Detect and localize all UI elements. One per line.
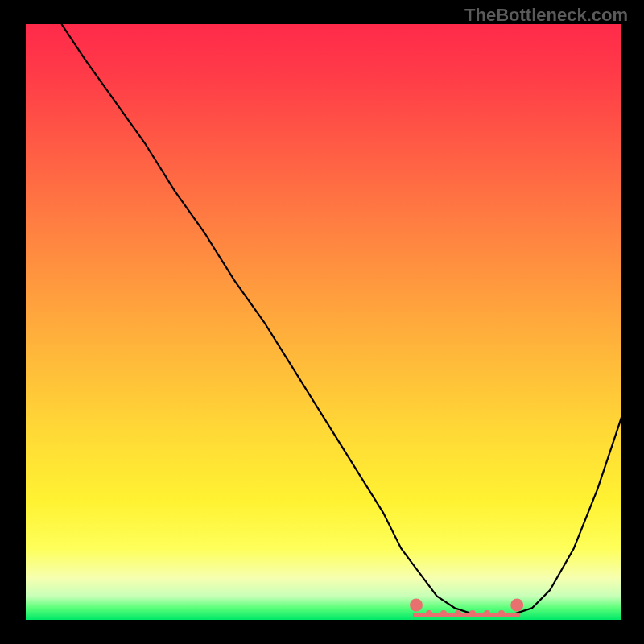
chart-curve-svg <box>26 24 621 620</box>
chart-plot-area <box>26 24 621 620</box>
sweet-spot-dot <box>410 599 423 612</box>
sweet-spot-band <box>413 613 520 617</box>
bottleneck-curve-line <box>61 24 621 614</box>
watermark-text: TheBottleneck.com <box>464 5 628 26</box>
sweet-spot-dot <box>510 599 523 612</box>
